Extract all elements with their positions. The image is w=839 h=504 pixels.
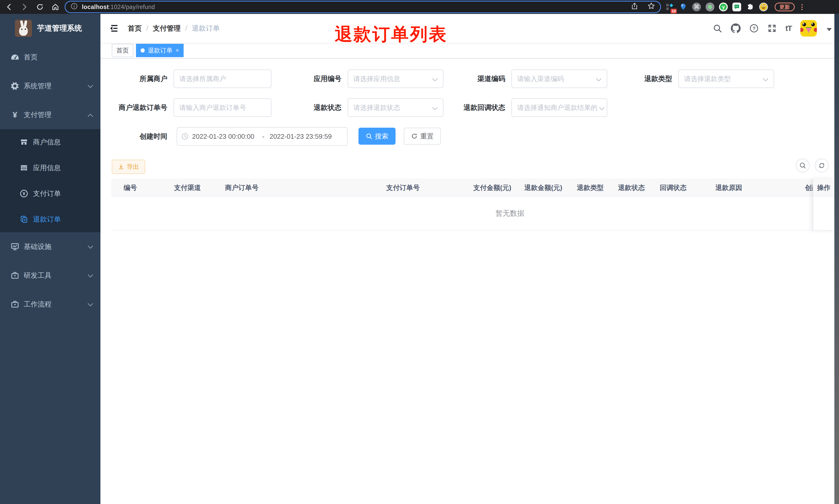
tag-refund-order[interactable]: 退款订单 × — [136, 44, 184, 57]
col-header: 退款原因 — [715, 179, 742, 197]
refund-status-select[interactable] — [347, 98, 444, 117]
extension-balloon-icon[interactable] — [679, 3, 688, 11]
monitor-icon — [10, 242, 20, 251]
fullscreen-icon[interactable] — [767, 24, 777, 33]
extension-diamond-icon[interactable]: 10 — [665, 3, 674, 11]
sidebar-item-infra[interactable]: 基础设施 — [0, 232, 101, 261]
menu-dots-icon[interactable] — [801, 4, 803, 10]
sidebar-item-label: 退款订单 — [33, 215, 61, 224]
col-header: 支付订单号 — [386, 179, 420, 197]
chevron-down-icon — [763, 74, 768, 84]
dashboard-icon — [10, 53, 20, 62]
font-size-icon[interactable]: tT — [785, 24, 792, 33]
breadcrumb-current: 退款订单 — [192, 24, 220, 33]
extension-command-icon[interactable]: ⌘ — [692, 3, 701, 11]
grid-icon — [20, 163, 28, 172]
user-avatar[interactable] — [800, 20, 817, 37]
col-header: 支付金额(元) — [473, 179, 511, 197]
table-header: 编号 支付渠道 商户订单号 支付订单号 支付金额(元) 退款金额(元) 退款类型… — [111, 179, 834, 197]
merchant-input[interactable] — [174, 70, 271, 88]
close-icon[interactable]: × — [176, 47, 179, 54]
breadcrumb-home[interactable]: 首页 — [128, 24, 142, 33]
breadcrumb: 首页 / 支付管理 / 退款订单 — [128, 24, 220, 33]
date-start[interactable]: 2022-01-23 00:00:00 — [192, 132, 257, 141]
extension-dot-icon[interactable] — [706, 3, 714, 11]
extensions-row: 10 ⌘ y 更新 — [660, 3, 806, 11]
sidebar-item-label: 基础设施 — [24, 242, 88, 251]
tags-view: 首页 退款订单 × — [101, 43, 839, 59]
extensions-puzzle-icon[interactable] — [746, 3, 754, 11]
app-logo[interactable]: 芋道管理系统 — [0, 14, 101, 43]
date-range-picker[interactable]: 2022-01-23 00:00:00 - 2022-01-23 23:59:5… — [177, 127, 347, 146]
show-search-button[interactable] — [796, 159, 810, 173]
gear-icon — [10, 82, 20, 91]
filter-label-merchant: 所属商户 — [107, 70, 167, 88]
sidebar-item-label: 系统管理 — [24, 82, 88, 91]
clock-icon — [181, 133, 189, 140]
filter-label-channel: 渠道编码 — [445, 70, 505, 88]
export-button[interactable]: 导出 — [112, 160, 145, 174]
url-bar[interactable]: localhost:1024/pay/refund — [66, 2, 660, 12]
app-select[interactable] — [347, 70, 444, 88]
breadcrumb-payment[interactable]: 支付管理 — [153, 24, 181, 33]
refund-type-select[interactable] — [678, 70, 774, 88]
browser-toolbar: localhost:1024/pay/refund 10 ⌘ — [0, 0, 839, 14]
reload-icon[interactable] — [36, 3, 44, 11]
tag-home[interactable]: 首页 — [112, 44, 133, 57]
sidebar-item-refund-order[interactable]: 退款订单 — [0, 206, 101, 232]
date-end[interactable]: 2022-01-23 23:59:59 — [270, 132, 335, 141]
top-navbar: 首页 / 支付管理 / 退款订单 退款订单列表 ? — [101, 14, 839, 43]
url-text[interactable]: localhost:1024/pay/refund — [82, 4, 155, 11]
search-button[interactable]: 搜索 — [358, 128, 395, 145]
search-icon[interactable] — [713, 24, 722, 33]
logo-avatar — [15, 20, 32, 37]
star-icon[interactable] — [647, 2, 655, 12]
col-header: 退款类型 — [577, 179, 604, 197]
svg-text:?: ? — [752, 26, 755, 31]
browser-update-button[interactable]: 更新 — [774, 3, 795, 11]
merchant-refund-no-input[interactable] — [174, 98, 271, 117]
yen-icon: ¥ — [10, 110, 20, 120]
extension-y-icon[interactable]: y — [719, 3, 728, 11]
chevron-down-icon — [596, 74, 602, 84]
extension-emoji-icon[interactable] — [759, 3, 768, 11]
info-icon[interactable] — [71, 2, 78, 12]
github-icon[interactable] — [731, 23, 740, 33]
share-icon[interactable] — [631, 2, 638, 12]
channel-select[interactable] — [512, 70, 607, 88]
window-scrollbar[interactable] — [834, 14, 839, 504]
sidebar: 芋道管理系统 首页 系统管理 ¥ 支付管 — [0, 14, 101, 504]
page-title-annotation: 退款订单列表 — [335, 23, 448, 46]
sidebar-item-pay-order[interactable]: ¥ 支付订单 — [0, 181, 101, 206]
sidebar-item-home[interactable]: 首页 — [0, 43, 101, 72]
refund-order-icon — [20, 215, 28, 224]
sidebar-item-system[interactable]: 系统管理 — [0, 72, 101, 101]
home-icon[interactable] — [52, 3, 59, 11]
page-content: 所属商户 应用编号 渠道编码 退款类型 — [101, 59, 839, 504]
hamburger-fold-icon[interactable] — [109, 24, 119, 33]
tag-active-dot — [141, 48, 145, 53]
callback-status-select[interactable] — [512, 98, 607, 117]
question-icon[interactable]: ? — [749, 24, 758, 33]
table-empty-row — [111, 197, 834, 231]
sidebar-item-app-info[interactable]: 应用信息 — [0, 155, 101, 181]
sidebar-item-payment[interactable]: ¥ 支付管理 — [0, 101, 101, 129]
chevron-down-icon — [599, 103, 605, 112]
caret-down-icon[interactable] — [827, 24, 832, 33]
col-header: 编号 — [124, 179, 137, 197]
refresh-button[interactable] — [815, 159, 829, 173]
col-header: 退款状态 — [618, 179, 645, 197]
sidebar-item-label: 研发工具 — [24, 271, 88, 280]
sidebar-item-workflow[interactable]: 工作流程 — [0, 290, 101, 319]
payment-submenu: 商户信息 应用信息 ¥ 支付订单 — [0, 129, 101, 232]
browser-window: localhost:1024/pay/refund 10 ⌘ — [0, 0, 839, 504]
extension-chat-icon[interactable] — [732, 3, 741, 11]
forward-icon[interactable] — [21, 3, 28, 11]
filter-label-callback-status: 退款回调状态 — [445, 98, 505, 117]
sidebar-item-devtools[interactable]: 研发工具 — [0, 261, 101, 290]
back-icon[interactable] — [5, 3, 13, 11]
reset-button[interactable]: 重置 — [404, 128, 441, 145]
extension-badge: 10 — [671, 9, 677, 13]
chevron-down-icon — [88, 243, 93, 251]
sidebar-item-merchant-info[interactable]: 商户信息 — [0, 129, 101, 155]
